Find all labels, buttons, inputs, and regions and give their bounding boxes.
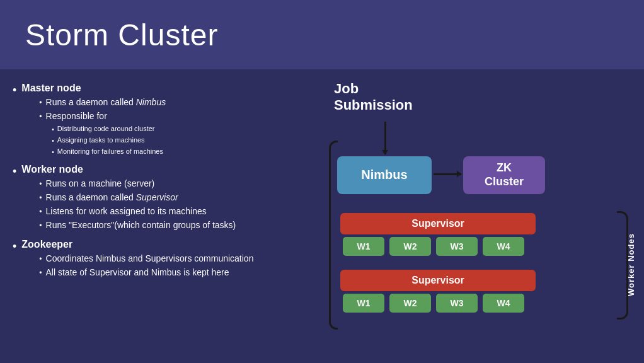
- dot3-3: •: [52, 147, 54, 157]
- responsible-label: Responsible for: [46, 110, 107, 123]
- dot2-2: •: [39, 111, 42, 122]
- sub-sub-3: • Monitoring for failures of machines: [52, 146, 166, 157]
- left-curve-line: [329, 141, 338, 330]
- sub-bullet-nimbus: • Runs a daemon called Nimbus: [39, 96, 166, 109]
- listens-label: Listens for work assigned to its machine…: [46, 205, 207, 218]
- state-label: All state of Supervisor and Nimbus is ke…: [46, 266, 229, 279]
- right-panel: JobSubmission Nimbus ZKCluster Superviso…: [328, 81, 631, 357]
- dot2-7: •: [39, 253, 42, 265]
- zk-cluster-label: ZKCluster: [485, 161, 524, 188]
- master-node-section: • Master node • Runs a daemon called Nim…: [13, 81, 315, 158]
- executors-label: Runs "Executors"(which contain groups of…: [46, 219, 236, 232]
- sub-sub-1: • Distributing code around cluster: [52, 124, 166, 134]
- worker-box-w1-2: W1: [343, 294, 384, 313]
- assigning-label: Assigning tasks to machines: [57, 135, 145, 146]
- worker-row-1: W1 W2 W3 W4: [340, 237, 536, 256]
- worker-node-sub-bullets: • Runs on a machine (server) • Runs a da…: [39, 177, 236, 232]
- supervisor-bar-2-label: Supervisor: [411, 275, 464, 286]
- worker-row-2: W1 W2 W3 W4: [340, 294, 536, 313]
- nimbus-label: Runs a daemon called Nimbus: [46, 96, 166, 109]
- monitoring-label: Monitoring for failures of machines: [57, 146, 163, 157]
- dot3-2: •: [52, 136, 54, 146]
- sub-bullet-listens: • Listens for work assigned to its machi…: [39, 205, 236, 218]
- master-node-sub-bullets: • Runs a daemon called Nimbus • Responsi…: [39, 96, 166, 157]
- bullet-dot-2: •: [13, 163, 16, 180]
- sub-sub-2: • Assigning tasks to machines: [52, 135, 166, 146]
- coordinates-label: Coordinates Nimbus and Supervisors commu…: [46, 252, 254, 265]
- zookeeper-section: • Zookeeper • Coordinates Nimbus and Sup…: [13, 237, 315, 280]
- dot2-3: •: [39, 178, 42, 190]
- dot2-1: •: [39, 97, 42, 108]
- arrow-nimbus-to-zk: [434, 173, 461, 175]
- worker-box-w4: W4: [483, 237, 524, 256]
- supervisor-block-1: Supervisor W1 W2 W3 W4: [340, 213, 536, 256]
- supervisor-block-2: Supervisor W1 W2 W3 W4: [340, 270, 536, 313]
- nimbus-box-label: Nimbus: [361, 168, 407, 182]
- left-panel: • Master node • Runs a daemon called Nim…: [13, 81, 315, 357]
- worker-node-section: • Worker node • Runs on a machine (serve…: [13, 162, 315, 233]
- responsible-sub-items: • Distributing code around cluster • Ass…: [52, 124, 166, 157]
- page-title: Storm Cluster: [25, 18, 218, 52]
- bullet-dot-1: •: [13, 82, 16, 99]
- dot2-6: •: [39, 220, 42, 231]
- header: Storm Cluster: [0, 0, 644, 69]
- sub-bullet-coordinates: • Coordinates Nimbus and Supervisors com…: [39, 252, 253, 265]
- dot2-5: •: [39, 206, 42, 217]
- supervisor-bar-1-label: Supervisor: [411, 218, 464, 229]
- dot3-1: •: [52, 125, 54, 134]
- supervisor-bar-1: Supervisor: [340, 213, 536, 234]
- worker-box-w4-2: W4: [483, 294, 524, 313]
- job-submission-label: JobSubmission: [334, 81, 413, 114]
- worker-box-w2: W2: [389, 237, 431, 256]
- worker-box-w2-2: W2: [389, 294, 431, 313]
- worker-node-label: Worker node: [21, 162, 236, 177]
- arrow-submission-to-nimbus: [384, 122, 386, 154]
- worker-box-w1: W1: [343, 237, 384, 256]
- main-content: • Master node • Runs a daemon called Nim…: [0, 69, 644, 363]
- zk-cluster-box: ZKCluster: [463, 156, 545, 194]
- diagram-area: Nimbus ZKCluster Supervisor W1 W2 W3 W4: [328, 122, 631, 357]
- dot2-4: •: [39, 192, 42, 204]
- master-node-label: Master node: [21, 81, 166, 96]
- sub-bullet-executors: • Runs "Executors"(which contain groups …: [39, 219, 236, 232]
- sub-bullet-supervisor: • Runs a daemon called Supervisor: [39, 191, 236, 204]
- worker-box-w3: W3: [436, 237, 478, 256]
- worker-nodes-label: Worker Nodes: [624, 213, 638, 317]
- sub-bullet-state: • All state of Supervisor and Nimbus is …: [39, 266, 253, 279]
- sub-bullet-runs-machine: • Runs on a machine (server): [39, 177, 236, 190]
- nimbus-box: Nimbus: [337, 156, 432, 194]
- zookeeper-label: Zookeeper: [21, 237, 253, 252]
- worker-box-w3-2: W3: [436, 294, 478, 313]
- bullet-dot-3: •: [13, 238, 16, 255]
- zookeeper-sub-bullets: • Coordinates Nimbus and Supervisors com…: [39, 252, 253, 279]
- runs-machine-label: Runs on a machine (server): [46, 177, 155, 190]
- sub-bullet-responsible: • Responsible for: [39, 110, 166, 123]
- supervisor-daemon-label: Runs a daemon called Supervisor: [46, 191, 178, 204]
- supervisor-bar-2: Supervisor: [340, 270, 536, 291]
- dot2-8: •: [39, 267, 42, 279]
- distributing-label: Distributing code around cluster: [57, 124, 155, 134]
